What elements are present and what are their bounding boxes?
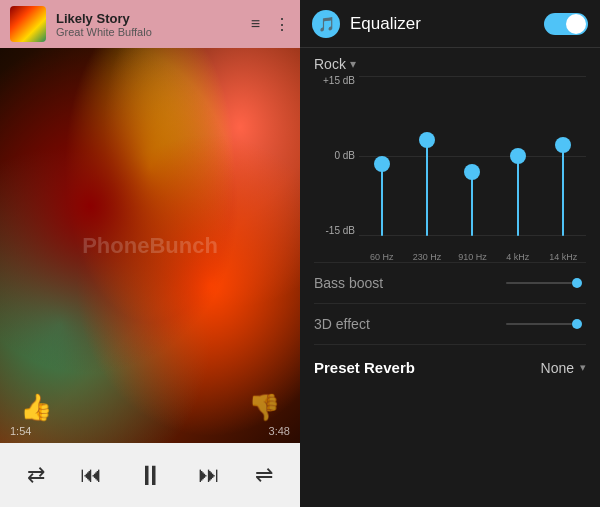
slider-knob-230hz[interactable]: [419, 132, 435, 148]
3d-effect-knob[interactable]: [572, 319, 582, 329]
album-bg: [0, 48, 300, 443]
prev-button[interactable]: ⏮: [80, 462, 102, 488]
shuffle-button[interactable]: ⇌: [255, 462, 273, 488]
bass-boost-label: Bass boost: [314, 275, 506, 291]
repeat-button[interactable]: ⇄: [27, 462, 45, 488]
menu-icon[interactable]: ≡: [251, 15, 260, 33]
db-mid-label: 0 dB: [314, 151, 359, 161]
album-art-small: [10, 6, 46, 42]
freq-910hz: 910 Hz: [452, 252, 492, 262]
db-axis: +15 dB 0 dB -15 dB: [314, 76, 359, 236]
player-controls: ⇄ ⏮ ⏸ ⏭ ⇌: [0, 443, 300, 507]
eq-sliders-section: +15 dB 0 dB -15 dB: [314, 76, 586, 246]
preset-arrow[interactable]: ▾: [350, 57, 356, 71]
eq-content: Rock ▾ +15 dB 0 dB -15 dB: [300, 48, 600, 507]
slider-4khz[interactable]: [498, 76, 538, 236]
3d-effect-track[interactable]: [506, 319, 586, 329]
slider-910hz[interactable]: [452, 76, 492, 236]
3d-effect-row: 3D effect: [314, 303, 586, 344]
slider-track-910hz: [471, 172, 473, 236]
slider-knob-14khz[interactable]: [555, 137, 571, 153]
bass-boost-knob[interactable]: [572, 278, 582, 288]
track-info: Likely Story Great White Buffalo: [56, 11, 241, 38]
right-panel: 🎵 Equalizer Rock ▾ +15 dB 0 dB -15 dB: [300, 0, 600, 507]
slider-knob-910hz[interactable]: [464, 164, 480, 180]
bass-boost-row: Bass boost: [314, 262, 586, 303]
eq-toggle[interactable]: [544, 13, 588, 35]
play-pause-button[interactable]: ⏸: [136, 459, 164, 492]
slider-60hz[interactable]: [362, 76, 402, 236]
freq-60hz: 60 Hz: [362, 252, 402, 262]
preset-row: Rock ▾: [314, 56, 586, 72]
preset-reverb-label: Preset Reverb: [314, 359, 541, 376]
bass-boost-line: [506, 282, 572, 284]
freq-4khz: 4 kHz: [498, 252, 538, 262]
preset-reverb-arrow[interactable]: ▾: [580, 361, 586, 374]
eq-header: 🎵 Equalizer: [300, 0, 600, 48]
thumb-up-icon[interactable]: 👍: [20, 392, 52, 423]
freq-14khz: 14 kHz: [543, 252, 583, 262]
time-elapsed: 1:54: [10, 425, 31, 437]
top-bar-icons: ≡ ⋮: [251, 15, 290, 34]
3d-effect-label: 3D effect: [314, 316, 506, 332]
thumb-down-icon[interactable]: 👎: [248, 392, 280, 423]
eq-toggle-knob: [566, 14, 586, 34]
preset-reverb-row: Preset Reverb None ▾: [314, 344, 586, 384]
bass-boost-track[interactable]: [506, 278, 586, 288]
slider-230hz[interactable]: [407, 76, 447, 236]
slider-knob-4khz[interactable]: [510, 148, 526, 164]
slider-knob-60hz[interactable]: [374, 156, 390, 172]
next-button[interactable]: ⏭: [198, 462, 220, 488]
preset-label: Rock: [314, 56, 346, 72]
db-high-label: +15 dB: [314, 76, 359, 86]
track-title: Likely Story: [56, 11, 241, 26]
slider-14khz[interactable]: [543, 76, 583, 236]
preset-reverb-value: None: [541, 360, 574, 376]
left-panel: Likely Story Great White Buffalo ≡ ⋮ Pho…: [0, 0, 300, 507]
album-art-large: PhoneBunch 👍 👎 1:54 3:48: [0, 48, 300, 443]
freq-labels: 60 Hz 230 Hz 910 Hz 4 kHz 14 kHz: [359, 252, 586, 262]
slider-track-60hz: [381, 164, 383, 236]
time-total: 3:48: [269, 425, 290, 437]
slider-track-4khz: [517, 156, 519, 236]
3d-effect-line: [506, 323, 572, 325]
top-bar: Likely Story Great White Buffalo ≡ ⋮: [0, 0, 300, 48]
slider-track-230hz: [426, 140, 428, 236]
slider-track-14khz: [562, 145, 564, 236]
freq-230hz: 230 Hz: [407, 252, 447, 262]
more-icon[interactable]: ⋮: [274, 15, 290, 34]
db-low-label: -15 dB: [314, 226, 359, 236]
sliders-wrap: [359, 76, 586, 236]
track-artist: Great White Buffalo: [56, 26, 241, 38]
eq-icon: 🎵: [312, 10, 340, 38]
eq-title: Equalizer: [350, 14, 534, 34]
